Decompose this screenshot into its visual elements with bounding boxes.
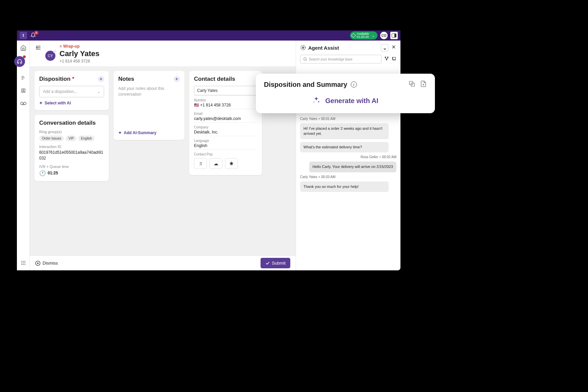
search-field[interactable] [309,57,378,61]
nav-voicemail[interactable] [20,100,27,107]
add-note-button[interactable] [420,80,427,89]
wrapup-icon: ≡ [59,44,62,49]
svg-point-6 [24,261,25,262]
user-avatar[interactable]: CO [380,32,388,39]
collapse-sidebar-button[interactable] [35,45,41,51]
status-timer: 01:25:43 [357,35,369,39]
notifications-button[interactable]: 8 [30,32,36,39]
msg-author: Carly Yates [300,175,317,179]
nav-apps[interactable] [20,260,27,266]
contact-phone: +1 814 458 3728 [59,59,290,64]
interaction-id-value: 6019761d51e055001a9aa740adi91032 [39,150,104,161]
kb-library-button[interactable] [392,56,396,62]
msg-author: Ross Geller [361,155,378,159]
svg-point-12 [24,264,25,265]
svg-point-1 [23,90,24,91]
number-label: Number [194,98,257,102]
contact-pop-talkdesk[interactable]: :t [194,158,207,169]
chat-message: Thank you so much for your help! [300,181,389,192]
required-asterisk: * [72,76,74,82]
ivr-label: IVR + Queue time [39,165,104,169]
popup-title: Disposition and Summary [264,81,347,89]
contact-pop-label: Contact Pop [194,152,257,156]
clock-icon: 🕐 [39,170,46,176]
assist-title: Agent Assist [308,45,339,51]
conversation-details-card: Conversation details Ring group(s) Order… [34,115,109,181]
close-circle-icon [35,261,41,266]
sparkle-icon: ✦ [39,101,43,105]
generate-with-ai-button[interactable]: Generate with AI [264,96,427,106]
contact-avatar: CY [45,51,55,61]
copy-icon [409,80,415,87]
svg-point-10 [21,264,22,265]
svg-point-3 [23,102,26,105]
chip: English [78,136,95,141]
status-selector[interactable]: Available 01:25:43 ⌄ [350,31,377,40]
file-plus-icon [420,80,427,87]
nav-contacts[interactable] [20,87,27,94]
contact-details-card: Contact details Carly Yates Number 🇺🇸 +1… [189,71,262,175]
nav-home[interactable] [20,45,27,51]
msg-time: 00:01 AM [321,117,335,121]
dismiss-label: Dismiss [43,261,58,266]
svg-point-2 [20,102,23,105]
kb-search-input[interactable] [300,55,382,64]
sparkle-icon: ✦ [118,130,122,135]
disposition-title: Disposition [39,76,71,82]
dismiss-button[interactable]: Dismiss [35,261,58,266]
sparkle-icon [312,96,320,106]
svg-point-15 [302,47,304,49]
notes-card: Notes ✦ Add your notes about this conver… [114,71,185,140]
app-logo[interactable]: t [20,32,27,39]
submit-label: Submit [272,261,286,266]
wrapup-label: Wrap-up [63,44,79,49]
svg-point-16 [304,58,307,60]
footer-bar: Dismiss Submit [30,255,296,270]
chip: Order Issues [39,136,64,141]
ivr-time: 01:25 [48,171,58,175]
assist-icon [300,45,306,51]
chevron-down-icon: ⌄ [97,89,100,94]
kb-tree-button[interactable] [384,56,389,62]
add-ai-summary-button[interactable]: ✦ Add AI-Summary [118,130,180,135]
assist-dropdown[interactable]: ⌄ [381,44,388,51]
panel-icon [392,33,396,38]
library-icon [392,56,396,61]
left-nav [17,41,30,270]
transcript: Carly Yates • 00:01 AM Hi! I've placed a… [296,114,400,270]
contact-name-input[interactable]: Carly Yates [194,86,257,95]
assist-close-button[interactable] [391,44,396,51]
msg-author: Carly Yates [300,117,317,121]
chip: VIP [66,136,76,141]
msg-time: 00:03 AM [321,175,335,179]
contact-details-title: Contact details [194,76,235,82]
check-icon [265,261,270,266]
disposition-card: Disposition * ✦ Add a disposition... ⌄ ✦… [34,71,109,110]
flag-us-icon: 🇺🇸 [194,103,199,107]
contact-pop-salesforce[interactable]: ☁ [210,158,222,169]
svg-rect-19 [386,59,387,60]
svg-point-14 [301,45,305,50]
svg-point-5 [23,261,24,262]
ai-sparkle-icon: ✦ [98,76,104,82]
status-available-icon [351,33,356,38]
search-icon [303,57,307,61]
disposition-dropdown[interactable]: Add a disposition... ⌄ [39,86,104,97]
copy-button[interactable] [409,80,415,89]
notes-textarea[interactable]: Add your notes about this conversation [118,86,180,126]
svg-point-9 [24,263,25,264]
nav-active-interaction[interactable] [14,56,25,67]
tree-icon [384,56,389,61]
contact-pop-zendesk[interactable]: ✱ [225,158,238,169]
nav-queue[interactable] [20,74,27,81]
language-label: Language [194,139,257,143]
svg-point-7 [21,263,22,264]
select-ai-label: Select with AI [45,101,71,105]
panel-toggle-button[interactable] [390,32,398,39]
submit-button[interactable]: Submit [261,258,290,268]
svg-point-4 [21,261,22,262]
info-icon[interactable]: i [351,81,357,88]
select-with-ai-button[interactable]: ✦ Select with AI [39,101,104,105]
svg-rect-18 [387,57,389,58]
notification-count: 8 [34,31,39,35]
